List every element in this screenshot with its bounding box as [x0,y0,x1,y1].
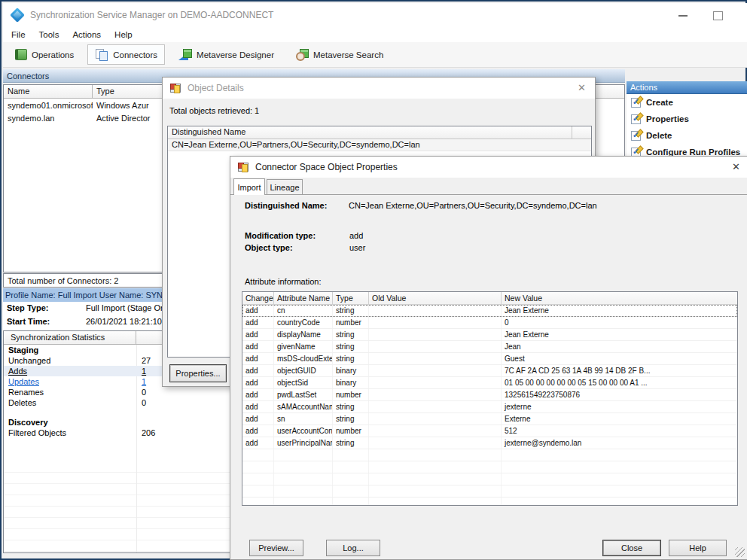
total-objects-label: Total objects retrieved: 1 [169,106,259,115]
attr-column-type[interactable]: Type [333,292,369,304]
stats-empty-rows [4,461,235,552]
minimize-button[interactable] [672,8,694,24]
attr-column-old-value[interactable]: Old Value [369,292,502,304]
attr-cell: add [242,329,274,340]
connectors-icon [95,49,108,61]
attr-cell [369,305,502,316]
attr-column-new-value[interactable]: New Value [502,292,737,304]
toolbar-connectors[interactable]: Connectors [87,44,165,65]
stats-section-discovery: Discovery [4,417,235,428]
dn-label: Distinguished Name: [245,201,327,210]
attr-cell-empty [274,461,333,473]
close-icon[interactable]: ✕ [732,161,740,173]
menu-file[interactable]: File [5,27,32,42]
object-details-title: Object Details [188,83,244,93]
form-icon [238,163,248,172]
menu-actions[interactable]: Actions [66,27,108,42]
tab-lineage[interactable]: Lineage [267,179,303,194]
close-icon[interactable]: ✕ [578,82,586,94]
stat-label[interactable]: Adds [8,367,27,376]
action-label: Delete [646,131,672,140]
attr-cell-empty [274,485,333,497]
attribute-table: ChangesAttribute NameTypeOld ValueNew Va… [242,291,738,506]
attr-cell [369,341,502,352]
attr-cell [369,401,502,412]
attr-row-samaccountname[interactable]: addsAMAccountNamestringjexterne [242,401,737,413]
menu-help[interactable]: Help [108,27,139,42]
run-profile-text: Profile Name: Full Import User Name: SYN… [5,291,169,300]
toolbar-metaverse-search[interactable]: Metaverse Search [288,44,391,65]
preview-button[interactable]: Preview... [249,540,303,556]
attr-column-attribute-name[interactable]: Attribute Name [274,292,333,304]
attr-column-changes[interactable]: Changes [242,292,274,304]
attr-cell: countryCode [274,317,333,328]
attr-row-givenname[interactable]: addgivenNamestringJean [242,341,737,353]
attr-cell: 0 [502,317,737,328]
menu-tools[interactable]: Tools [32,27,66,42]
step-type-label: Step Type: [7,303,48,312]
attribute-info-label: Attribute information: [245,277,322,286]
connector-space-object-properties-dialog: Connector Space Object Properties ✕ Dist… [230,156,747,560]
stat-label: Filtered Objects [8,428,66,437]
toolbar-metaverse-designer[interactable]: Metaverse Designer [171,44,282,65]
dn-header-filler [572,126,591,138]
attr-row-msds-cloudexten[interactable]: addmsDS-cloudExten...stringGuest [242,353,737,365]
stat-value[interactable]: 1 [142,367,146,376]
attr-cell: add [242,353,274,364]
attr-row-useraccountcontrol[interactable]: adduserAccountControlnumber512 [242,425,737,437]
attr-row-objectsid[interactable]: addobjectSidbinary01 05 00 00 00 00 00 0… [242,377,737,389]
attr-cell: add [242,389,274,400]
stat-row-deletes: Deletes0 [4,397,235,408]
connectors-column-name[interactable]: Name [4,85,93,98]
attr-cell: number [333,389,369,400]
maximize-icon [713,11,723,20]
action-create[interactable]: Create [627,94,747,111]
attr-cell-empty [502,449,737,461]
stats-section-title: Staging [8,345,38,355]
attr-cell-empty [333,449,369,461]
close-button[interactable]: Close [602,540,661,556]
attr-cell-empty [242,498,274,506]
attr-cell: userAccountControl [274,425,333,437]
maximize-button[interactable] [706,8,729,24]
attr-cell-empty [369,449,502,461]
attr-cell: number [333,317,369,328]
actions-pane-title: Actions [630,83,657,92]
attr-cell-empty [333,461,369,473]
action-properties[interactable]: Properties [627,111,747,127]
stat-value[interactable]: 1 [142,377,146,386]
tab-import[interactable]: Import [233,178,265,195]
attr-cell-empty [242,485,274,497]
attr-cell: cn [274,305,333,316]
attr-row-sn[interactable]: addsnstringExterne [242,413,737,425]
attr-row-displayname[interactable]: adddisplayNamestringJean Externe [242,329,737,341]
stat-value: 27 [142,356,151,365]
resize-grip[interactable] [735,547,745,557]
attr-row-cn[interactable]: addcnstringJean Externe [242,305,737,317]
attr-empty-row [242,485,737,498]
attr-cell-empty [369,461,502,473]
attr-cell: 7C AF 2A CD 25 63 1A 4B 99 14 DB 2F B... [502,365,737,376]
attr-row-countrycode[interactable]: addcountryCodenumber0 [242,317,737,329]
actions-pane-header: Actions [627,81,747,94]
properties-button[interactable]: Properties... [169,364,227,382]
attr-cell: add [242,317,274,328]
dn-column-header[interactable]: Distinguished Name [168,126,572,138]
attribute-table-header: ChangesAttribute NameTypeOld ValueNew Va… [242,292,737,305]
minimize-icon [678,15,688,17]
stat-label[interactable]: Updates [8,377,39,386]
help-button[interactable]: Help [669,540,727,556]
action-delete[interactable]: Delete [627,127,747,144]
task-check-icon [631,114,641,124]
attr-cell-empty [242,473,274,485]
log-button[interactable]: Log... [326,540,380,556]
attr-row-objectguid[interactable]: addobjectGUIDbinary7C AF 2A CD 25 63 1A … [242,365,737,377]
attr-cell: sn [274,413,333,425]
object-details-titlebar: Object Details ✕ [163,78,595,99]
toolbar-operations[interactable]: Operations [8,44,81,65]
attr-cell-empty [369,485,502,497]
dn-row[interactable]: CN=Jean Externe,OU=Partners,OU=Security,… [168,139,591,151]
attr-row-userprincipalname[interactable]: adduserPrincipalNamestringjexterne@synde… [242,437,737,449]
stats-blank-row [4,408,235,417]
attr-row-pwdlastset[interactable]: addpwdLastSetnumber132561549223750876 [242,389,737,401]
